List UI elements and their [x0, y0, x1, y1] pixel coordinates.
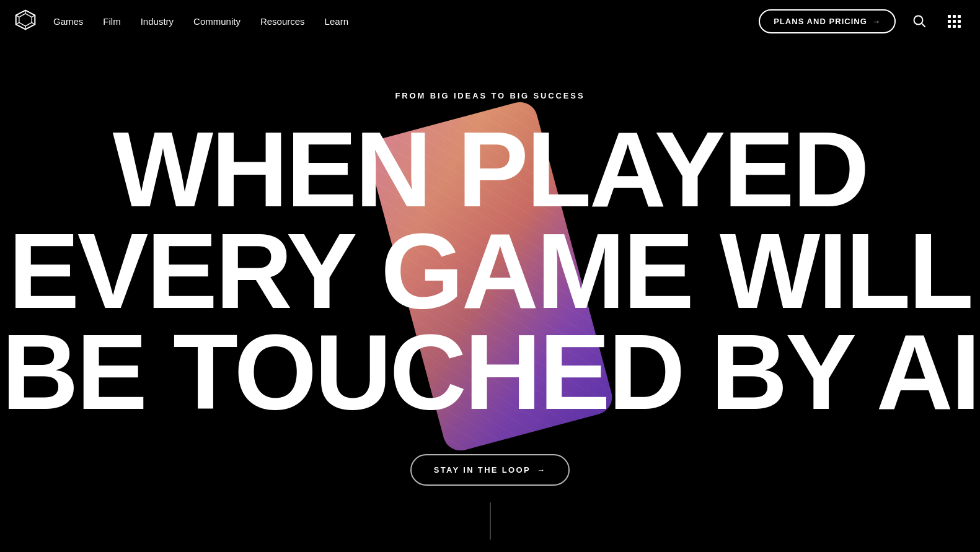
- logo[interactable]: [15, 9, 36, 33]
- nav-link-games[interactable]: Games: [53, 16, 83, 27]
- hero-section: FROM BIG IDEAS TO BIG SUCCESS WHEN PLAYE…: [0, 0, 980, 552]
- hero-headline-line2: EVERY GAME WILL: [1, 221, 978, 322]
- nav-right: PLANS AND PRICING →: [759, 9, 965, 33]
- scroll-indicator: [490, 502, 490, 540]
- plans-pricing-button[interactable]: PLANS AND PRICING →: [759, 9, 896, 33]
- svg-line-9: [922, 24, 925, 27]
- navbar: Games Film Industry Community Resources …: [0, 0, 980, 42]
- search-button[interactable]: [908, 10, 930, 32]
- hero-subtitle: FROM BIG IDEAS TO BIG SUCCESS: [395, 91, 585, 100]
- hero-headline-line1: WHEN PLAYED: [1, 119, 978, 220]
- nav-link-film[interactable]: Film: [103, 16, 120, 27]
- nav-link-community[interactable]: Community: [193, 16, 241, 27]
- nav-link-industry[interactable]: Industry: [141, 16, 174, 27]
- grid-icon: [948, 15, 961, 28]
- nav-links: Games Film Industry Community Resources …: [53, 16, 759, 27]
- grid-menu-button[interactable]: [943, 10, 965, 32]
- search-icon: [912, 14, 926, 28]
- nav-link-learn[interactable]: Learn: [325, 16, 348, 27]
- nav-link-resources[interactable]: Resources: [260, 16, 305, 27]
- hero-headline: WHEN PLAYED EVERY GAME WILL BE TOUCHED B…: [1, 119, 978, 423]
- svg-marker-1: [19, 14, 32, 26]
- scroll-line: [490, 502, 490, 540]
- hero-headline-line3: BE TOUCHED BY AI: [1, 322, 978, 423]
- stay-in-loop-button[interactable]: STAY IN THE LOOP →: [410, 454, 570, 486]
